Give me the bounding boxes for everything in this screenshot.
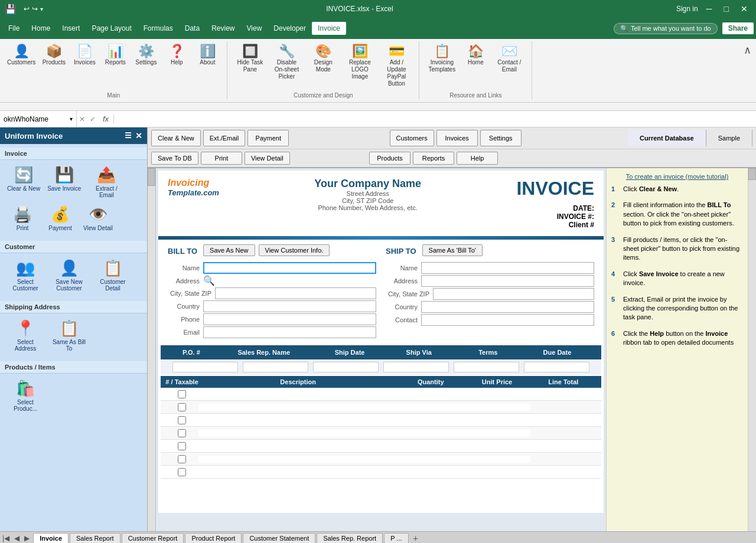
- redo-btn[interactable]: ↪: [32, 5, 38, 13]
- item-taxable-check[interactable]: [178, 403, 186, 411]
- ribbon-btn-settings[interactable]: ⚙️ Settings: [131, 42, 161, 68]
- ribbon-btn-paypal[interactable]: 💳 Add / Update PayPal Button: [379, 42, 414, 90]
- bill-email-input[interactable]: [203, 326, 376, 338]
- ribbon-btn-products[interactable]: 📦 Products: [39, 42, 69, 68]
- sheet-tab-1[interactable]: Sales Report: [70, 533, 120, 543]
- action-clear-new[interactable]: Clear & New: [151, 130, 201, 146]
- item-desc-input[interactable]: [198, 417, 397, 424]
- ship-via-input[interactable]: [383, 362, 449, 372]
- ship-contact-input[interactable]: [421, 314, 594, 326]
- item-price-cell[interactable]: [464, 442, 530, 450]
- menu-home[interactable]: Home: [25, 22, 56, 35]
- ribbon-btn-reports[interactable]: 📊 Reports: [100, 42, 130, 68]
- item-qty-input[interactable]: [397, 391, 464, 398]
- tp-select-products[interactable]: 🛍️ Select Produc...: [5, 377, 46, 414]
- ribbon-btn-contact[interactable]: ✉️ Contact / Email: [491, 42, 527, 76]
- item-price-input[interactable]: [464, 391, 530, 398]
- restore-btn[interactable]: □: [721, 3, 732, 15]
- item-price-cell[interactable]: [464, 390, 530, 398]
- item-desc-input[interactable]: [198, 404, 397, 411]
- name-box-arrow[interactable]: ▾: [70, 116, 73, 122]
- tp-save-invoice[interactable]: 💾 Save Invoice: [45, 163, 83, 201]
- item-desc-cell[interactable]: [198, 429, 397, 437]
- save-as-new-btn[interactable]: Save As New: [203, 244, 255, 256]
- tp-select-address[interactable]: 📍 Select Address: [5, 317, 46, 354]
- action-print[interactable]: Print: [201, 152, 242, 165]
- item-price-input[interactable]: [464, 417, 530, 424]
- action-view-detail[interactable]: View Detail: [245, 152, 290, 165]
- task-pane-menu-btn[interactable]: ☰: [125, 131, 132, 140]
- item-taxable-check[interactable]: [178, 442, 186, 450]
- invoice-scroll[interactable]: Invoicing Template.com Your Company Name…: [156, 168, 606, 531]
- item-desc-cell[interactable]: [198, 455, 397, 463]
- item-qty-input[interactable]: [397, 430, 464, 437]
- item-price-cell[interactable]: [464, 455, 530, 463]
- ribbon-collapse-btn[interactable]: ∧: [739, 41, 756, 59]
- action-customers[interactable]: Customers: [390, 130, 434, 146]
- minimize-btn[interactable]: ─: [703, 3, 716, 15]
- menu-view[interactable]: View: [241, 22, 268, 35]
- item-qty-input[interactable]: [397, 443, 464, 450]
- menu-insert[interactable]: Insert: [56, 22, 86, 35]
- ribbon-btn-replace-logo[interactable]: 🖼️ Replace LOGO Image: [342, 42, 377, 90]
- action-payment[interactable]: Payment: [247, 130, 289, 146]
- action-settings[interactable]: Settings: [480, 130, 522, 146]
- item-qty-cell[interactable]: [397, 416, 464, 424]
- formula-input[interactable]: [114, 115, 756, 123]
- same-as-bill-btn[interactable]: Same As 'Bill To': [422, 244, 483, 256]
- sheet-tab-0[interactable]: Invoice: [33, 533, 69, 543]
- undo-btn[interactable]: ↩: [24, 5, 30, 13]
- item-qty-input[interactable]: [397, 404, 464, 411]
- item-qty-cell[interactable]: [397, 455, 464, 463]
- menu-invoice[interactable]: Invoice: [312, 22, 346, 35]
- bill-country-input[interactable]: [203, 300, 376, 312]
- bill-city-input[interactable]: [215, 287, 376, 299]
- address-picker-icon[interactable]: 🔍: [203, 275, 215, 286]
- sheet-tab-3[interactable]: Product Report: [185, 533, 242, 543]
- ribbon-btn-about[interactable]: ℹ️ About: [193, 42, 222, 68]
- bill-phone-input[interactable]: [203, 313, 376, 325]
- po-input[interactable]: [172, 362, 238, 372]
- item-qty-cell[interactable]: [397, 442, 464, 450]
- sign-in-btn[interactable]: Sign in: [676, 5, 698, 13]
- action-save-db[interactable]: Save To DB: [151, 152, 198, 165]
- action-invoices[interactable]: Invoices: [436, 130, 478, 146]
- task-pane-close-btn[interactable]: ✕: [135, 131, 142, 140]
- item-price-cell[interactable]: [464, 429, 530, 437]
- ship-city-input[interactable]: [433, 288, 594, 300]
- ribbon-btn-home[interactable]: 🏠 Home: [461, 42, 490, 76]
- item-price-input[interactable]: [464, 456, 530, 463]
- item-desc-input[interactable]: [198, 456, 397, 463]
- scroll-left[interactable]: [148, 168, 156, 531]
- item-price-input[interactable]: [464, 469, 530, 476]
- item-taxable-check[interactable]: [178, 429, 186, 437]
- sheet-nav-next[interactable]: ▶: [22, 534, 32, 542]
- item-desc-input[interactable]: [198, 469, 397, 476]
- item-price-input[interactable]: [464, 430, 530, 437]
- bill-name-input[interactable]: [203, 262, 376, 274]
- terms-input[interactable]: [454, 362, 519, 372]
- sheet-nav-first[interactable]: |◀: [0, 534, 12, 542]
- item-taxable-check[interactable]: [178, 416, 186, 424]
- item-desc-cell[interactable]: [198, 468, 397, 476]
- ship-name-input[interactable]: [421, 262, 594, 274]
- tp-print[interactable]: 🖨️ Print: [5, 203, 40, 234]
- ship-country-input[interactable]: [421, 301, 594, 313]
- tell-me-input[interactable]: 🔍 Tell me what you want to do: [614, 23, 718, 34]
- item-desc-cell[interactable]: [198, 442, 397, 450]
- sheet-add-btn[interactable]: +: [411, 534, 421, 543]
- sheet-nav-prev[interactable]: ◀: [12, 534, 22, 542]
- tp-save-new-customer[interactable]: 👤 Save New Customer: [48, 257, 90, 294]
- scroll-right[interactable]: [748, 168, 756, 531]
- item-qty-input[interactable]: [397, 417, 464, 424]
- menu-file[interactable]: File: [2, 22, 25, 35]
- view-customer-info-btn[interactable]: View Customer Info.: [259, 244, 330, 256]
- tutorial-link[interactable]: To create an invoice (movie tutorial): [611, 173, 743, 180]
- sheet-tab-5[interactable]: Sales Rep. Report: [317, 533, 383, 543]
- item-desc-input[interactable]: [198, 443, 397, 450]
- item-price-cell[interactable]: [464, 468, 530, 476]
- sheet-tab-6[interactable]: P ...: [384, 533, 408, 543]
- item-desc-cell[interactable]: [198, 403, 397, 411]
- ship-date-input[interactable]: [313, 362, 379, 372]
- sheet-tab-4[interactable]: Customer Statement: [243, 533, 315, 543]
